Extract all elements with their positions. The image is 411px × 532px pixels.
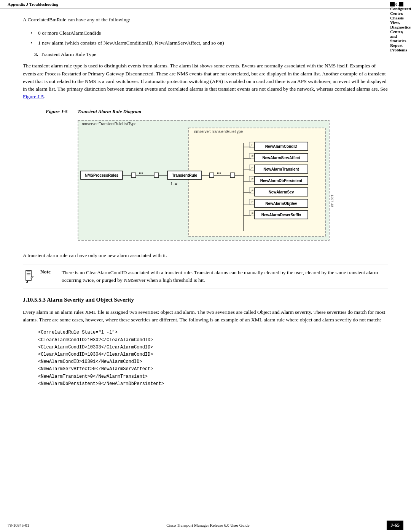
code-line-1: <CorrelatedRule State="1 -1"> [38,329,388,336]
page-footer: 78-16845-01 Cisco Transport Manager Rele… [0,518,411,532]
after-figure-para: A transient alarm rule can have only one… [23,252,388,259]
bullet-item-1: 0 or more ClearAlarmCondIds [38,29,388,37]
svg-text:NewAlarmCondID: NewAlarmCondID [265,144,297,149]
code-line-3: <ClearAlarmCondID>10303</ClearAlarmCondI… [38,344,388,351]
transient-para-text: The transient alarm rule type is used to… [23,63,388,92]
diagram-wrapper: nmserver:TransientRuleListType nmserver:… [23,118,388,244]
page-header: Appendix J Troubleshooting J.10.5 Config… [0,0,411,8]
note-box: Note There is no ClearAlarmCondID associ… [23,265,388,289]
svg-text:F: F [252,189,253,192]
svg-text:NewAlarmServAffect: NewAlarmServAffect [263,156,301,160]
svg-text:NewAlarmTransient: NewAlarmTransient [263,167,299,171]
intro-para: A CorrelatedBmRule can have any of the f… [23,16,388,24]
main-content: A CorrelatedBmRule can have any of the f… [0,8,411,414]
code-line-4: <ClearAlarmCondID>10304</ClearAlarmCondI… [38,351,388,358]
bullet-item-2: 1 new alarm (which consists of NewAlarmC… [38,39,388,47]
figure-caption: Figure J-5 Transient Alarm Rule Diagram [46,109,388,115]
header-right: J.10.5 Configuration Center, Chassis Vie… [387,2,403,6]
period: . [44,94,45,99]
svg-text:NewAlarmDbPersistent: NewAlarmDbPersistent [260,179,303,183]
note-pencil-icon [23,270,34,285]
svg-text:F: F [252,177,253,181]
figure-container: Figure J-5 Transient Alarm Rule Diagram … [23,109,388,244]
code-line-7: <NewAlarmTransient>0</NewAlarmTransient> [38,373,388,380]
svg-text:nmserver:TransientRuleType: nmserver:TransientRuleType [194,129,243,134]
numbered-item-text: Transient Alarm Rule Type [41,51,96,57]
svg-text:TransientRule: TransientRule [172,173,198,177]
figure-caption-title: Transient Alarm Rule Diagram [77,109,141,114]
header-square-icon [399,2,403,6]
figure-caption-label: Figure J-5 [46,109,67,114]
svg-rect-21 [230,173,235,177]
svg-rect-7 [131,173,136,177]
code-line-8: <NewAlarmDbPersistent>0</NewAlarmDbPersi… [38,380,388,388]
svg-text:F: F [252,143,253,147]
transient-para: The transient alarm rule type is used to… [23,62,388,101]
svg-rect-11 [154,173,159,177]
section-para: Every alarm in an alarm rules XML file i… [23,308,388,324]
svg-text:F: F [252,200,253,204]
note-text: There is no ClearAlarmCondID associated … [62,269,388,284]
footer-left: 78-16845-01 [8,523,29,527]
svg-text:1207-48: 1207-48 [330,195,334,207]
note-label: Note [40,269,56,275]
svg-text:1..∞: 1..∞ [170,182,177,186]
bullet-list: 0 or more ClearAlarmCondIds 1 new alarm … [38,29,388,47]
footer-right: J-65 [387,521,403,530]
svg-text:F: F [252,212,253,215]
code-line-2: <ClearAlarmCondID>10302</ClearAlarmCondI… [38,337,388,344]
svg-text:NewAlarmDescrSuffix: NewAlarmDescrSuffix [261,213,301,217]
footer-center: Cisco Transport Manager Release 6.0 User… [166,523,249,527]
svg-text:NMSProcessRules: NMSProcessRules [85,173,119,177]
code-line-6: <NewAlarmServAffect>0</NewAlarmServAffec… [38,366,388,373]
transient-rule-diagram: nmserver:TransientRuleListType nmserver:… [76,118,335,244]
section-heading: J.10.5.5.3 Alarm Severity and Object Sev… [23,297,388,303]
pencil-svg [23,270,34,283]
header-left: Appendix J Troubleshooting [8,2,58,6]
code-line-5: <NewAlarmCondID>10301</NewAlarmCondID> [38,358,388,366]
svg-text:•••: ••• [139,171,143,175]
svg-text:F: F [252,166,253,169]
svg-text:NewAlarmSev: NewAlarmSev [269,190,294,194]
header-right-text: J.10.5 Configuration Center, Chassis Vie… [390,2,395,6]
svg-text:F: F [252,155,253,158]
svg-text:•••: ••• [217,171,221,175]
numbered-item-number: 3. [34,51,38,57]
numbered-item: 3. Transient Alarm Rule Type [34,51,388,58]
svg-text:nmserver:TransientRuleListType: nmserver:TransientRuleListType [82,122,137,126]
svg-text:NewAlarmObjSev: NewAlarmObjSev [265,201,297,206]
svg-rect-17 [209,173,214,177]
code-block: <CorrelatedRule State="1 -1"> <ClearAlar… [38,329,388,388]
figure-link[interactable]: Figure J-5 [23,94,44,99]
